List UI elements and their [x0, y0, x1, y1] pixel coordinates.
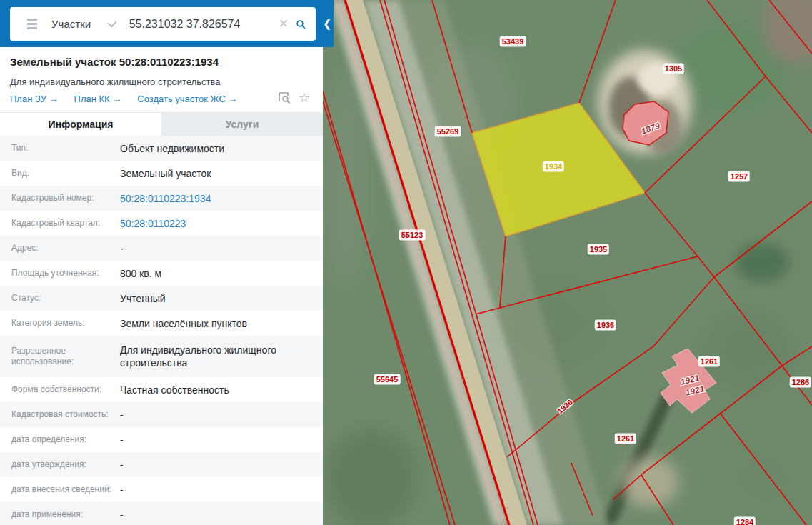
info-row-value: - — [120, 484, 313, 496]
menu-icon[interactable] — [27, 19, 37, 29]
info-row-value: - — [120, 434, 313, 446]
info-row: Кадастровый номер:50:28:0110223:1934 — [0, 186, 323, 211]
info-row-value-link[interactable]: 50:28:0110223 — [120, 217, 313, 230]
road-surface — [329, 0, 608, 525]
info-row-value: - — [120, 509, 313, 521]
info-row: Разрешенное использование:Для индивидуал… — [0, 336, 323, 377]
info-row-label: Вид: — [0, 168, 111, 179]
result-card: Земельный участок 50:28:0110223:1934 Для… — [0, 47, 323, 113]
info-row-label: Адрес: — [0, 243, 111, 254]
info-row-label: Кадастровая стоимость: — [0, 409, 111, 420]
preview-document-icon[interactable] — [279, 92, 291, 104]
map-parcel-label-55269[interactable]: 55269 — [435, 126, 461, 137]
info-row: дата утверждения:- — [0, 452, 323, 477]
card-icons: ☆ — [279, 91, 310, 104]
info-row-value: Объект недвижимости — [120, 142, 313, 155]
map-parcel-label-1261[interactable]: 1261 — [698, 356, 720, 367]
map-parcel-label-55645[interactable]: 55645 — [374, 374, 401, 385]
info-row-label: Форма собственности: — [0, 384, 111, 395]
top-bar: Участки ✕ — [0, 0, 334, 47]
info-row-value: Частная собственность — [120, 384, 313, 396]
favorite-star-icon[interactable]: ☆ — [299, 91, 310, 104]
action-link-1[interactable]: План КК → — [74, 94, 122, 104]
info-row-label: Статус: — [0, 293, 111, 304]
tab-services[interactable]: Услуги — [161, 113, 323, 136]
chevron-down-icon[interactable] — [108, 18, 116, 26]
info-row-label: дата утверждения: — [0, 459, 111, 470]
map-parcel-label-1257[interactable]: 1257 — [728, 171, 750, 182]
search-box: Участки ✕ — [10, 7, 316, 41]
info-panel: Земельный участок 50:28:0110223:1934 Для… — [0, 47, 323, 525]
search-icon[interactable] — [296, 17, 306, 31]
info-row-label: дата определения: — [0, 434, 111, 445]
info-row-value: - — [120, 409, 313, 421]
info-row: Тип:Объект недвижимости — [0, 136, 323, 161]
map-parcel-label-1936[interactable]: 1936 — [595, 320, 616, 331]
building-1879[interactable] — [623, 101, 668, 145]
clear-icon[interactable]: ✕ — [279, 16, 289, 31]
action-link-2[interactable]: Создать участок ЖС → — [137, 94, 237, 104]
info-row: Вид:Земельный участок — [0, 161, 323, 186]
info-row-value: Для индивидуального жилищного строительс… — [120, 344, 313, 369]
app-window: 5343913051879552691934125755123193519361… — [0, 0, 812, 525]
info-row-value-link[interactable]: 50:28:0110223:1934 — [120, 192, 313, 205]
tab-information[interactable]: Информация — [0, 113, 161, 136]
info-row: Статус:Учтенный — [0, 286, 323, 311]
action-link-0[interactable]: План ЗУ → — [10, 94, 59, 104]
info-row-label: Площадь уточненная: — [0, 268, 111, 279]
info-row-label: Разрешенное использование: — [0, 346, 111, 367]
parcel-subtitle: Для индивидуального жилищного строительс… — [10, 76, 221, 87]
info-row: Адрес:- — [0, 236, 323, 261]
info-row-value: - — [120, 459, 313, 471]
info-row: Категория земель:Земли населённых пункто… — [0, 311, 323, 336]
info-row: Площадь уточненная:800 кв. м — [0, 261, 323, 286]
map-parcel-label-1934[interactable]: 1934 — [543, 161, 564, 172]
info-row-label: Кадастровый номер: — [0, 193, 111, 204]
action-links: План ЗУ →План КК →Создать участок ЖС → — [10, 94, 237, 104]
info-row-label: Категория земель: — [0, 318, 111, 329]
info-row-value: Земельный участок — [120, 167, 313, 180]
info-row-value: Учтенный — [120, 292, 313, 305]
info-row: дата внесения сведений:- — [0, 477, 323, 502]
info-row: Кадастровый квартал:50:28:0110223 — [0, 211, 323, 236]
info-row-label: дата применения: — [0, 509, 111, 520]
map-parcel-label-1935[interactable]: 1935 — [588, 244, 609, 255]
map-parcel-label-1284[interactable]: 1284 — [734, 517, 756, 525]
tabs-bar: Информация Услуги — [0, 113, 323, 136]
info-row-label: Кадастровый квартал: — [0, 218, 111, 229]
info-row: Кадастровая стоимость:- — [0, 402, 323, 427]
map-parcel-label-53439[interactable]: 53439 — [500, 36, 526, 47]
map-parcel-label-1305[interactable]: 1305 — [663, 64, 684, 74]
info-row-value: - — [120, 242, 313, 255]
map-parcel-label-55123[interactable]: 55123 — [399, 230, 426, 241]
info-row-label: Тип: — [0, 143, 111, 154]
map-parcel-label-1286[interactable]: 1286 — [790, 377, 811, 388]
search-input[interactable] — [128, 17, 279, 31]
parcel-title: Земельный участок 50:28:0110223:1934 — [10, 56, 219, 68]
info-row: дата определения:- — [0, 427, 323, 452]
info-row: дата применения:- — [0, 502, 323, 525]
info-row-label: дата внесения сведений: — [0, 484, 111, 495]
info-table: Тип:Объект недвижимостиВид:Земельный уча… — [0, 136, 323, 525]
map-parcel-label-1261[interactable]: 1261 — [615, 434, 636, 444]
info-row-value: 800 кв. м — [120, 267, 313, 280]
search-category-dropdown[interactable]: Участки — [51, 18, 91, 30]
collapse-panel-icon[interactable]: ❮ — [323, 17, 332, 30]
info-row-value: Земли населённых пунктов — [120, 317, 313, 330]
info-row: Форма собственности:Частная собственност… — [0, 377, 323, 402]
